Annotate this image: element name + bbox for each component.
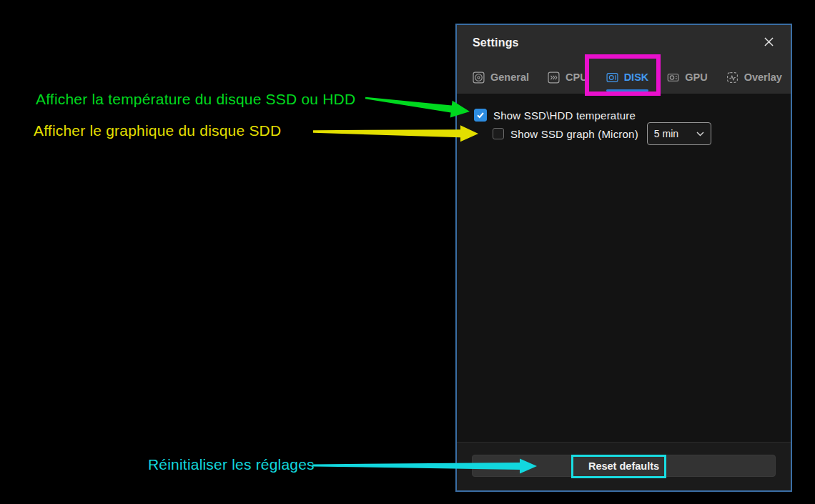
tab-general[interactable]: General bbox=[473, 61, 529, 94]
disk-settings-content: Show SSD\HDD temperature Show SSD graph … bbox=[457, 94, 791, 145]
chevron-down-icon bbox=[696, 132, 704, 137]
selected-interval: 5 min bbox=[654, 128, 678, 139]
tab-gpu[interactable]: GPU bbox=[667, 61, 707, 94]
tab-cpu[interactable]: CPU bbox=[548, 61, 588, 94]
checkmark-icon bbox=[476, 111, 485, 119]
overlay-icon bbox=[726, 71, 739, 84]
window-title: Settings bbox=[473, 36, 519, 49]
tab-overlay[interactable]: Overlay bbox=[726, 61, 782, 94]
tab-label: CPU bbox=[565, 71, 588, 83]
reset-defaults-button[interactable]: Reset defaults bbox=[472, 455, 776, 477]
settings-window: Settings General CPU bbox=[455, 24, 792, 492]
graph-interval-select[interactable]: 5 min bbox=[647, 122, 711, 145]
annotation-reset-settings: Réinitialiser les réglages bbox=[148, 456, 315, 473]
window-footer: Reset defaults bbox=[457, 442, 791, 490]
setting-row-ssd-hdd-temperature: Show SSD\HDD temperature bbox=[474, 109, 791, 122]
yellow-arrow bbox=[313, 125, 478, 142]
close-button[interactable] bbox=[761, 35, 776, 51]
tab-disk[interactable]: DISK bbox=[606, 61, 649, 94]
close-icon bbox=[764, 37, 774, 49]
annotation-show-graph: Afficher le graphique du disque SDD bbox=[34, 122, 281, 139]
tab-bar: General CPU DISK GPU bbox=[457, 61, 791, 94]
show-ssd-hdd-temperature-checkbox[interactable] bbox=[474, 109, 487, 122]
fan-icon bbox=[473, 71, 485, 84]
window-header: Settings General CPU bbox=[457, 25, 791, 94]
disk-icon bbox=[606, 71, 618, 84]
tab-label: GPU bbox=[685, 71, 707, 83]
tab-label: General bbox=[490, 71, 529, 83]
tab-label: Overlay bbox=[744, 71, 782, 83]
checkbox-label: Show SSD graph (Micron) bbox=[510, 128, 638, 140]
active-tab-underline bbox=[606, 89, 649, 92]
title-row: Settings bbox=[457, 25, 791, 61]
checkbox-label: Show SSD\HDD temperature bbox=[493, 109, 636, 122]
tab-label: DISK bbox=[624, 71, 649, 83]
gpu-icon bbox=[667, 71, 679, 84]
annotation-show-temperature: Afficher la température du disque SSD ou… bbox=[36, 91, 355, 108]
green-arrow bbox=[365, 97, 470, 118]
cpu-icon bbox=[548, 71, 560, 84]
show-ssd-graph-checkbox[interactable] bbox=[493, 128, 504, 139]
setting-row-ssd-graph: Show SSD graph (Micron) 5 min bbox=[493, 122, 791, 145]
